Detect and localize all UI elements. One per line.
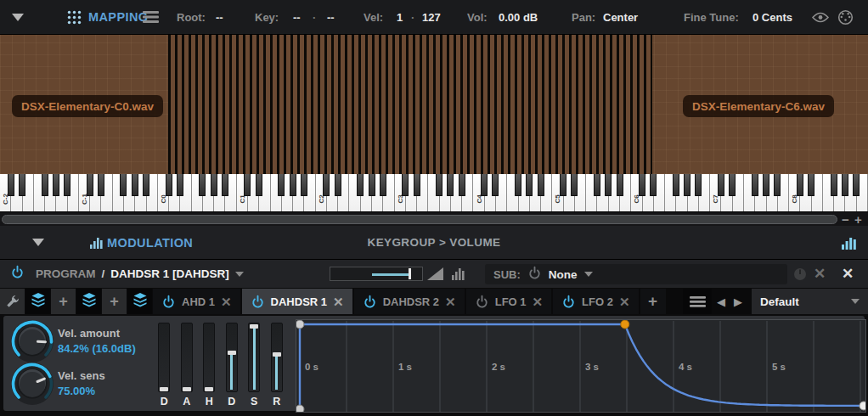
- sample-zone-right[interactable]: DSX-Elementary-C6.wav: [683, 95, 834, 117]
- sub-power-button[interactable]: [527, 266, 542, 284]
- black-key[interactable]: [369, 174, 375, 196]
- black-key[interactable]: [19, 174, 25, 196]
- mapping-zone-area[interactable]: DSX-Elementary-C0.wav DSX-Elementary-C6.…: [0, 35, 868, 174]
- black-key[interactable]: [8, 174, 14, 196]
- slider-track[interactable]: [181, 323, 193, 392]
- black-key[interactable]: [177, 174, 183, 196]
- black-key[interactable]: [729, 174, 736, 196]
- black-key[interactable]: [290, 174, 296, 196]
- black-key[interactable]: [650, 174, 657, 196]
- black-key[interactable]: [571, 174, 578, 196]
- black-key[interactable]: [605, 174, 612, 196]
- black-key[interactable]: [774, 174, 781, 196]
- black-key[interactable]: [166, 174, 172, 196]
- slider-track[interactable]: [248, 323, 260, 392]
- add-modulator-tab-button[interactable]: +: [640, 289, 666, 314]
- black-key[interactable]: [718, 174, 724, 196]
- slider-track[interactable]: [271, 323, 283, 392]
- scrollbar-thumb[interactable]: [2, 215, 837, 224]
- slider-track[interactable]: [158, 323, 170, 392]
- black-key[interactable]: [447, 174, 454, 196]
- black-key[interactable]: [256, 174, 262, 196]
- black-key[interactable]: [53, 174, 59, 196]
- modulation-meter-icon[interactable]: [842, 226, 856, 259]
- black-key[interactable]: [684, 174, 690, 196]
- env-node-start[interactable]: [296, 405, 304, 413]
- black-key[interactable]: [301, 174, 307, 196]
- finetune-value[interactable]: 0 Cents: [752, 0, 792, 34]
- slider-track[interactable]: [226, 323, 238, 392]
- add-layer-icon-2[interactable]: +: [102, 289, 127, 314]
- vel-sens-knob[interactable]: [10, 362, 54, 406]
- env-node-attack[interactable]: [296, 320, 304, 329]
- black-key[interactable]: [87, 174, 93, 196]
- layer-stack-icon-3[interactable]: [127, 289, 152, 314]
- tab-power-icon[interactable]: [161, 295, 176, 309]
- tab-close-icon[interactable]: ✕: [533, 295, 544, 308]
- black-key[interactable]: [414, 174, 420, 196]
- black-key[interactable]: [211, 174, 217, 196]
- black-key[interactable]: [639, 174, 645, 196]
- tab-close-icon[interactable]: ✕: [221, 295, 232, 308]
- chromatic-zones[interactable]: [168, 35, 652, 174]
- collapse-modulation-icon[interactable]: [32, 226, 44, 259]
- black-key[interactable]: [853, 174, 860, 196]
- zoom-out-button[interactable]: −: [842, 212, 849, 226]
- black-key[interactable]: [515, 174, 521, 196]
- modulator-power-button[interactable]: [10, 260, 25, 288]
- black-key[interactable]: [199, 174, 206, 196]
- tab-close-icon[interactable]: ✕: [445, 295, 456, 308]
- black-key[interactable]: [538, 174, 544, 196]
- close-panel-icon[interactable]: ✕: [842, 260, 854, 288]
- keyboard[interactable]: C-2C-1C0C1C2C3C4C5C6C7C8: [0, 174, 868, 211]
- eye-icon[interactable]: [812, 0, 829, 34]
- black-key[interactable]: [797, 174, 803, 196]
- tab-close-icon[interactable]: ✕: [333, 295, 344, 308]
- black-key[interactable]: [831, 174, 837, 196]
- histogram-icon[interactable]: [452, 260, 465, 288]
- black-key[interactable]: [842, 174, 848, 196]
- black-key[interactable]: [492, 174, 499, 196]
- black-key[interactable]: [673, 174, 679, 196]
- tab-lfo-1[interactable]: LFO 1✕: [466, 289, 551, 314]
- zoom-in-button[interactable]: +: [854, 212, 862, 226]
- vol-value[interactable]: 0.00 dB: [499, 0, 538, 34]
- slider-handle[interactable]: [183, 387, 191, 391]
- sub-value[interactable]: None: [549, 268, 578, 281]
- modulator-selector[interactable]: PROGRAM / DAHDSR 1 [DAHDSR]: [36, 260, 244, 288]
- automation-knob-icon[interactable]: [793, 260, 807, 288]
- root-value[interactable]: --: [216, 0, 223, 34]
- black-key[interactable]: [695, 174, 702, 196]
- tab-dahdsr-2[interactable]: DAHDSR 2✕: [354, 289, 465, 314]
- depth-slider-handle[interactable]: [409, 268, 411, 279]
- tab-close-icon[interactable]: ✕: [619, 295, 630, 308]
- env-node-end[interactable]: [860, 402, 866, 410]
- tab-power-icon[interactable]: [561, 295, 576, 309]
- sample-zone-left[interactable]: DSX-Elementary-C0.wav: [12, 95, 163, 117]
- black-key[interactable]: [357, 174, 364, 196]
- black-key[interactable]: [526, 174, 533, 196]
- black-key[interactable]: [594, 174, 600, 196]
- black-key[interactable]: [402, 174, 409, 196]
- black-key[interactable]: [120, 174, 127, 196]
- preset-dropdown[interactable]: Default: [752, 289, 868, 314]
- black-key[interactable]: [244, 174, 251, 196]
- tab-lfo-2[interactable]: LFO 2✕: [553, 289, 638, 314]
- black-key[interactable]: [752, 174, 758, 196]
- clear-modulator-icon[interactable]: ✕: [814, 260, 826, 288]
- env-node-hold-end[interactable]: [621, 320, 629, 329]
- envelope-graph[interactable]: 0 s1 s2 s3 s4 s5 s6 s: [296, 319, 866, 413]
- tab-ahd-1[interactable]: AHD 1✕: [153, 289, 240, 314]
- black-key[interactable]: [335, 174, 341, 196]
- black-key[interactable]: [64, 174, 70, 196]
- slider-track[interactable]: [203, 323, 215, 392]
- black-key[interactable]: [436, 174, 442, 196]
- vel-amount-knob[interactable]: [10, 319, 54, 363]
- black-key[interactable]: [380, 174, 386, 196]
- black-key[interactable]: [808, 174, 814, 196]
- tab-dahdsr-1[interactable]: DAHDSR 1✕: [242, 289, 352, 314]
- black-key[interactable]: [617, 174, 623, 196]
- collapse-mapping-icon[interactable]: [12, 0, 24, 34]
- tab-power-icon[interactable]: [251, 295, 265, 309]
- black-key[interactable]: [132, 174, 138, 196]
